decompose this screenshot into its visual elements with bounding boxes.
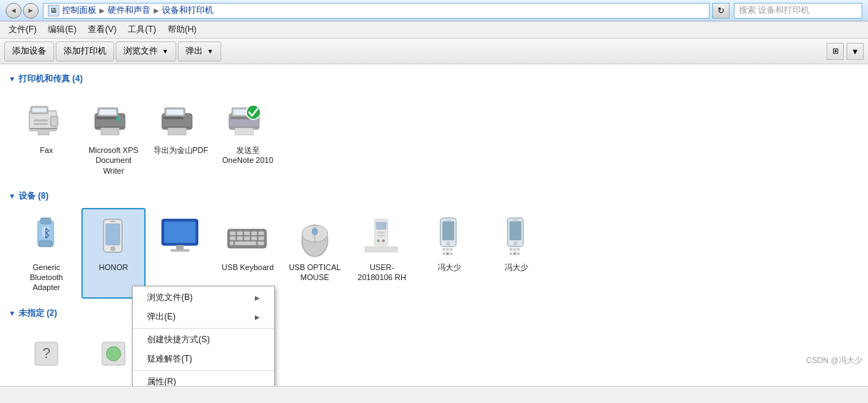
svg-rect-71 [446, 248, 449, 251]
svg-rect-4 [34, 123, 48, 125]
breadcrumb-part2: 硬件和声音 [108, 4, 151, 16]
svg-text:ᛒ: ᛒ [44, 227, 51, 239]
title-bar: ◄ ► 🖥 控制面板 ► 硬件和声音 ► 设备和打印机 ↻ 搜索 设备和打印机 [0, 0, 868, 21]
forward-button[interactable]: ► [23, 3, 39, 19]
search-placeholder: 搜索 设备和打印机 [739, 4, 809, 16]
devices-grid: ᛒ Generic Bluetooth Adapter HONOR [9, 208, 859, 299]
svg-rect-3 [34, 119, 48, 121]
svg-rect-52 [235, 242, 256, 245]
svg-point-78 [514, 242, 518, 245]
device-onenote[interactable]: 发送至 OneNote 2010 [216, 91, 280, 181]
device-phone1[interactable]: 冯大少 [417, 208, 481, 299]
svg-rect-84 [513, 252, 516, 255]
onenote-label: 发送至 OneNote 2010 [220, 145, 276, 166]
browse-files-button[interactable]: 浏览文件 ▼ [116, 41, 176, 61]
svg-rect-54 [258, 242, 264, 245]
refresh-button[interactable]: ↻ [712, 3, 730, 19]
breadcrumb-part1: 控制面板 [62, 4, 96, 16]
svg-rect-24 [231, 126, 258, 128]
svg-rect-17 [166, 109, 183, 115]
menu-file[interactable]: 文件(F) [3, 22, 42, 37]
svg-rect-14 [96, 116, 116, 119]
search-bar[interactable]: 搜索 设备和打印机 [734, 3, 862, 19]
browse-files-arrow: ▼ [162, 48, 168, 55]
device-honor[interactable]: HONOR [81, 208, 146, 299]
svg-point-63 [377, 239, 380, 242]
add-printer-button[interactable]: 添加打印机 [56, 41, 114, 61]
svg-rect-75 [450, 252, 453, 255]
eject-button[interactable]: 弹出 ▼ [178, 41, 221, 61]
svg-rect-20 [163, 116, 183, 119]
keyboard-icon [225, 214, 271, 259]
context-menu-troubleshoot[interactable]: 疑难解答(T) [133, 349, 274, 369]
context-menu-shortcut[interactable]: 创建快捷方式(S) [133, 330, 274, 349]
view-options-button[interactable]: ▼ [847, 43, 864, 60]
svg-point-58 [312, 228, 318, 235]
svg-rect-81 [513, 248, 516, 251]
svg-rect-73 [443, 252, 445, 255]
xps-printer-icon [91, 96, 136, 142]
svg-rect-42 [230, 232, 236, 235]
svg-rect-53 [230, 242, 233, 245]
context-menu-browse[interactable]: 浏览文件(B) [133, 288, 274, 307]
svg-rect-12 [101, 128, 119, 135]
address-bar[interactable]: 🖥 控制面板 ► 硬件和声音 ► 设备和打印机 [43, 3, 710, 19]
fax-label: Fax [40, 145, 53, 155]
svg-rect-83 [510, 252, 513, 255]
svg-rect-11 [96, 126, 123, 128]
svg-point-64 [382, 239, 385, 242]
svg-rect-67 [443, 222, 454, 240]
context-menu: 浏览文件(B) 弹出(E) 创建快捷方式(S) 疑难解答(T) 属性(R) [132, 286, 275, 386]
device-fax[interactable]: Fax [14, 91, 79, 181]
device-pdf[interactable]: 导出为金山PDF [148, 91, 213, 181]
device-mouse[interactable]: USB OPTICAL MOUSE [283, 208, 347, 299]
pdf-printer-icon [158, 96, 203, 142]
device-computer[interactable]: USER-20180106 RH [350, 208, 414, 299]
svg-rect-18 [163, 126, 191, 128]
svg-rect-51 [258, 237, 264, 240]
svg-rect-36 [110, 221, 116, 222]
device-phone2[interactable]: 冯大少 [484, 208, 548, 299]
fax-icon [24, 96, 69, 142]
svg-rect-50 [251, 237, 257, 240]
svg-rect-47 [230, 237, 236, 240]
menu-help[interactable]: 帮助(H) [162, 22, 203, 37]
unknown2-icon [91, 331, 136, 377]
menu-edit[interactable]: 编辑(E) [42, 22, 82, 37]
svg-rect-43 [237, 232, 243, 235]
svg-rect-45 [251, 232, 257, 235]
svg-rect-34 [106, 224, 120, 245]
device-monitor[interactable] [148, 208, 213, 299]
svg-rect-19 [168, 128, 186, 135]
phone2-icon [493, 214, 539, 259]
back-button[interactable]: ◄ [6, 3, 21, 19]
view-toggle-button[interactable]: ⊞ [827, 43, 844, 60]
unspecified-section-title: 未指定 (2) [19, 307, 57, 319]
svg-rect-25 [235, 128, 253, 135]
mouse-icon [292, 214, 338, 259]
menu-view[interactable]: 查看(V) [82, 22, 122, 37]
devices-section-header: ▼ 设备 (8) [9, 190, 859, 202]
phone1-label: 冯大少 [438, 262, 461, 272]
keyboard-label: USB Keyboard [222, 262, 274, 272]
device-xps[interactable]: Microsoft XPS Document Writer [81, 91, 146, 181]
device-keyboard[interactable]: USB Keyboard [216, 208, 280, 299]
bluetooth-icon: ᛒ [24, 214, 69, 259]
eject-arrow: ▼ [207, 48, 213, 55]
device-unknown1[interactable]: ? [14, 325, 79, 385]
device-bluetooth[interactable]: ᛒ Generic Bluetooth Adapter [14, 208, 79, 299]
svg-rect-62 [378, 235, 385, 237]
printers-arrow-icon: ▼ [9, 75, 16, 83]
menu-tools[interactable]: 工具(T) [122, 22, 161, 37]
svg-rect-74 [446, 252, 449, 255]
printers-section-title: 打印机和传真 (4) [19, 73, 83, 85]
svg-rect-69 [445, 219, 451, 221]
svg-rect-46 [258, 232, 264, 235]
phone1-icon [426, 214, 472, 259]
printers-section-header: ▼ 打印机和传真 (4) [9, 73, 859, 85]
context-menu-eject[interactable]: 弹出(E) [133, 307, 274, 327]
svg-rect-80 [510, 248, 513, 251]
add-device-button[interactable]: 添加设备 [4, 41, 54, 61]
onenote-printer-icon [225, 96, 271, 142]
context-menu-properties[interactable]: 属性(R) [133, 372, 274, 386]
